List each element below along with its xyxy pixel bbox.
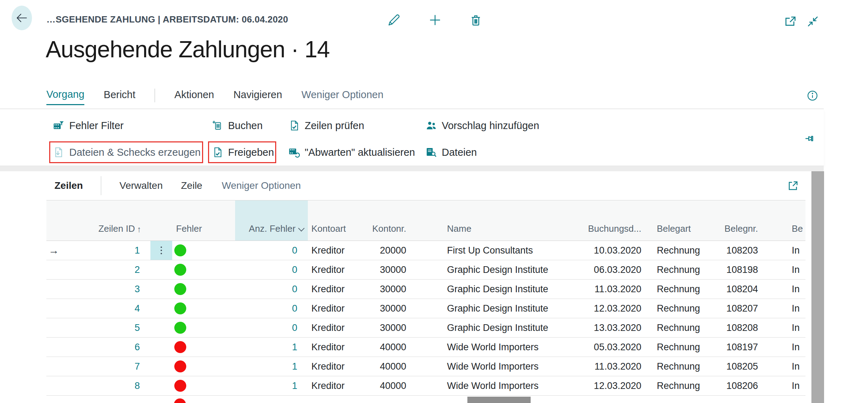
belegnr-cell[interactable]: 108203 (724, 241, 770, 260)
vertical-scrollbar[interactable] (811, 171, 824, 403)
row-menu-cell[interactable] (150, 299, 172, 318)
kontonr-cell[interactable]: 30000 (365, 299, 418, 318)
header-anz-fehler[interactable]: Anz. Fehler (235, 200, 308, 241)
beleg-beschreibung-cell[interactable]: In (770, 338, 805, 357)
tab-weniger-optionen[interactable]: Weniger Optionen (222, 171, 301, 200)
row-selector-cell[interactable]: → (46, 338, 61, 357)
beleg-beschreibung-cell[interactable]: In (770, 260, 805, 279)
kontonr-cell[interactable]: 20000 (365, 241, 418, 260)
fehler-cell[interactable] (172, 376, 235, 395)
table-row[interactable]: → 2 0 Kreditor 30000 Graphic Design Inst… (46, 260, 805, 280)
kontoart-cell[interactable]: Kreditor (308, 376, 365, 395)
new-button[interactable] (428, 13, 442, 27)
row-selector-cell[interactable]: → (46, 376, 61, 395)
row-menu-cell[interactable] (150, 241, 172, 260)
header-zeilen-id[interactable]: Zeilen ID ↑ (61, 200, 150, 241)
horizontal-scrollbar-thumb[interactable] (467, 397, 531, 403)
name-cell[interactable]: Graphic Design Institute (418, 299, 583, 318)
kontoart-cell[interactable]: Kreditor (308, 299, 365, 318)
buchungsdatum-cell[interactable]: 12.03.2020 (583, 376, 653, 395)
action-fehler-filter[interactable]: Fehler Filter (53, 119, 124, 133)
name-cell[interactable]: Wide World Importers (418, 357, 583, 376)
tab-verwalten[interactable]: Verwalten (119, 171, 163, 200)
tab-zeile[interactable]: Zeile (181, 171, 202, 200)
header-belegart[interactable]: Belegart (653, 200, 724, 241)
row-menu-cell[interactable] (150, 357, 172, 376)
belegart-cell[interactable]: Rechnung (653, 280, 724, 299)
line-id-link[interactable]: 4 (135, 303, 140, 314)
belegart-cell[interactable]: Rechnung (653, 299, 724, 318)
fehler-cell[interactable] (172, 280, 235, 299)
header-buchungsdatum[interactable]: Buchungsd... (583, 200, 653, 241)
name-cell[interactable]: Wide World Importers (418, 338, 583, 357)
header-fehler[interactable]: Fehler (172, 200, 235, 241)
buchungsdatum-cell[interactable]: 06.03.2020 (583, 260, 653, 279)
action-zeilen-pruefen[interactable]: Zeilen prüfen (288, 119, 364, 133)
beleg-beschreibung-cell[interactable]: In (770, 299, 805, 318)
menu-navigieren[interactable]: Navigieren (233, 84, 282, 105)
table-row[interactable]: → 6 1 Kreditor 40000 Wide World Importer… (46, 338, 805, 357)
anz-fehler-cell[interactable]: 0 (235, 241, 308, 260)
row-selector-cell[interactable]: → (46, 241, 61, 260)
belegnr-cell[interactable]: 108206 (724, 376, 770, 395)
menu-vorgang[interactable]: Vorgang (46, 84, 84, 105)
kontonr-cell[interactable]: 30000 (365, 280, 418, 299)
kontoart-cell[interactable]: Kreditor (308, 260, 365, 279)
row-menu-cell[interactable] (150, 376, 172, 395)
table-row[interactable]: → 1 0 Kreditor 20000 First Up Consultant… (46, 241, 805, 260)
zeilen-id-cell[interactable]: 6 (61, 338, 150, 357)
kontonr-cell[interactable]: 40000 (365, 357, 418, 376)
error-count-link[interactable]: 0 (292, 264, 297, 275)
error-count-link[interactable]: 0 (292, 245, 297, 256)
collapse-button[interactable] (805, 14, 820, 29)
line-id-link[interactable]: 5 (135, 322, 140, 333)
zeilen-id-cell[interactable]: 4 (61, 299, 150, 318)
error-count-link[interactable]: 1 (292, 361, 297, 372)
belegnr-cell[interactable]: 108208 (724, 318, 770, 337)
row-menu-cell[interactable] (150, 318, 172, 337)
kontoart-cell[interactable]: Kreditor (308, 318, 365, 337)
beleg-beschreibung-cell[interactable]: In (770, 318, 805, 337)
beleg-beschreibung-cell[interactable]: In (770, 280, 805, 299)
kontonr-cell[interactable]: 40000 (365, 338, 418, 357)
table-row[interactable]: → 4 0 Kreditor 30000 Graphic Design Inst… (46, 299, 805, 318)
action-freigeben[interactable]: Freigeben (212, 145, 274, 159)
open-in-new-window-button[interactable] (783, 14, 798, 29)
menu-aktionen[interactable]: Aktionen (174, 84, 214, 105)
action-dateien[interactable]: Dateien (425, 145, 477, 159)
name-cell[interactable]: Wide World Importers (418, 376, 583, 395)
menu-weniger-optionen[interactable]: Weniger Optionen (302, 84, 383, 105)
line-id-link[interactable]: 8 (135, 380, 140, 391)
anz-fehler-cell[interactable]: 1 (235, 338, 308, 357)
table-row[interactable]: → 7 1 Kreditor 40000 Wide World Importer… (46, 357, 805, 376)
expand-lines-button[interactable] (786, 179, 800, 192)
line-id-link[interactable]: 2 (135, 264, 140, 275)
kontonr-cell[interactable]: 40000 (365, 376, 418, 395)
row-menu-cell[interactable] (150, 280, 172, 299)
back-button[interactable] (12, 6, 32, 30)
anz-fehler-cell[interactable]: 1 (235, 376, 308, 395)
buchungsdatum-cell[interactable]: 11.03.2020 (583, 280, 653, 299)
buchungsdatum-cell[interactable]: 05.03.2020 (583, 338, 653, 357)
line-id-link[interactable]: 1 (135, 245, 140, 256)
kontonr-cell[interactable]: 30000 (365, 318, 418, 337)
table-row[interactable]: → 5 0 Kreditor 30000 Graphic Design Inst… (46, 318, 805, 338)
table-row[interactable]: → 3 0 Kreditor 30000 Graphic Design Inst… (46, 280, 805, 299)
menu-bericht[interactable]: Bericht (104, 84, 135, 105)
belegart-cell[interactable]: Rechnung (653, 241, 724, 260)
row-selector-cell[interactable]: → (46, 299, 61, 318)
belegnr-cell[interactable]: 108207 (724, 299, 770, 318)
name-cell[interactable]: Graphic Design Institute (418, 280, 583, 299)
anz-fehler-cell[interactable]: 0 (235, 318, 308, 337)
line-id-link[interactable]: 3 (135, 284, 140, 295)
row-menu-cell[interactable] (150, 338, 172, 357)
kontoart-cell[interactable]: Kreditor (308, 241, 365, 260)
error-count-link[interactable]: 0 (292, 303, 297, 314)
anz-fehler-cell[interactable]: 1 (235, 357, 308, 376)
error-count-link[interactable]: 0 (292, 284, 297, 295)
anz-fehler-cell[interactable]: 0 (235, 280, 308, 299)
row-selector-cell[interactable]: → (46, 357, 61, 376)
row-selector-cell[interactable]: → (46, 280, 61, 299)
fehler-cell[interactable] (172, 299, 235, 318)
delete-button[interactable] (468, 13, 483, 27)
